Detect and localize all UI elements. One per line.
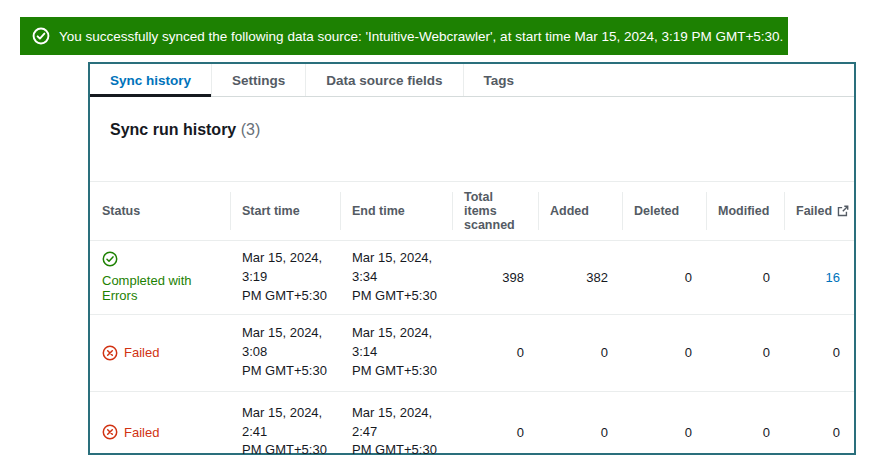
- tab-label: Tags: [484, 73, 515, 88]
- tab-label: Data source fields: [326, 73, 442, 88]
- modified-cell: 0: [706, 391, 784, 470]
- sync-run-history-table: Status Start time End time Total items s…: [90, 181, 854, 470]
- status-text: Completed with Errors: [102, 273, 192, 303]
- deleted-cell: 0: [622, 314, 706, 391]
- time-line: PM GMT+5:30: [242, 441, 328, 460]
- deleted-cell: 0: [622, 391, 706, 470]
- failed-count-link[interactable]: 16: [826, 270, 840, 285]
- check-circle-icon: [102, 251, 118, 267]
- tab-sync-history[interactable]: Sync history: [90, 64, 211, 96]
- failed-cell: 0: [784, 314, 854, 391]
- tab-bar: Sync history Settings Data source fields…: [90, 64, 854, 97]
- total-items-scanned-cell: 0: [452, 391, 538, 470]
- total-items-scanned-cell: 0: [452, 314, 538, 391]
- time-line: Mar 15, 2024, 3:14: [352, 324, 440, 362]
- panel-count: (3): [241, 121, 261, 138]
- column-header-deleted: Deleted: [622, 182, 706, 241]
- time-line: Mar 15, 2024, 3:34: [352, 249, 440, 287]
- status-cell: Failed: [90, 314, 230, 391]
- flashbar-message: You successfully synced the following da…: [59, 29, 783, 44]
- tab-label: Settings: [232, 73, 285, 88]
- time-line: PM GMT+5:30: [352, 441, 440, 460]
- deleted-cell: 0: [622, 241, 706, 315]
- status-cell: Failed: [90, 391, 230, 470]
- start-time-cell: Mar 15, 2024, 3:08 PM GMT+5:30: [230, 314, 340, 391]
- added-cell: 0: [538, 314, 622, 391]
- added-cell: 0: [538, 391, 622, 470]
- time-line: PM GMT+5:30: [242, 287, 328, 306]
- time-line: Mar 15, 2024, 2:41: [242, 404, 328, 442]
- total-items-scanned-cell: 398: [452, 241, 538, 315]
- tab-settings[interactable]: Settings: [211, 64, 305, 96]
- table-row: Failed Mar 15, 2024, 3:08 PM GMT+5:30 Ma…: [90, 314, 854, 391]
- time-line: PM GMT+5:30: [242, 362, 328, 381]
- success-flashbar: You successfully synced the following da…: [20, 17, 788, 55]
- status-text: Failed: [124, 345, 159, 360]
- time-line: Mar 15, 2024, 3:19: [242, 249, 328, 287]
- status-text: Failed: [124, 425, 159, 440]
- end-time-cell: Mar 15, 2024, 3:34 PM GMT+5:30: [340, 241, 452, 315]
- added-cell: 382: [538, 241, 622, 315]
- column-header-total-items-scanned: Total items scanned: [452, 182, 538, 241]
- sync-history-panel: Sync history Settings Data source fields…: [88, 62, 856, 455]
- failed-header-label: Failed: [796, 204, 832, 218]
- time-line: PM GMT+5:30: [352, 362, 440, 381]
- end-time-cell: Mar 15, 2024, 2:47 PM GMT+5:30: [340, 391, 452, 470]
- panel-header: Sync run history (3): [90, 97, 854, 181]
- time-line: PM GMT+5:30: [352, 287, 440, 306]
- column-header-modified: Modified: [706, 182, 784, 241]
- time-line: Mar 15, 2024, 2:47: [352, 404, 440, 442]
- time-line: Mar 15, 2024, 3:08: [242, 324, 328, 362]
- status-cell: Completed with Errors: [90, 241, 230, 315]
- column-header-end-time: End time: [340, 182, 452, 241]
- start-time-cell: Mar 15, 2024, 3:19 PM GMT+5:30: [230, 241, 340, 315]
- failed-cell: 16: [784, 241, 854, 315]
- end-time-cell: Mar 15, 2024, 3:14 PM GMT+5:30: [340, 314, 452, 391]
- external-link-icon[interactable]: [837, 205, 849, 217]
- column-header-start-time: Start time: [230, 182, 340, 241]
- column-header-added: Added: [538, 182, 622, 241]
- column-header-failed: Failed: [784, 182, 854, 241]
- success-check-circle-icon: [32, 27, 50, 45]
- column-header-status: Status: [90, 182, 230, 241]
- table-header-row: Status Start time End time Total items s…: [90, 182, 854, 241]
- modified-cell: 0: [706, 241, 784, 315]
- tab-label: Sync history: [110, 73, 191, 88]
- tab-tags[interactable]: Tags: [463, 64, 535, 96]
- tab-data-source-fields[interactable]: Data source fields: [305, 64, 462, 96]
- table-row: Completed with Errors Mar 15, 2024, 3:19…: [90, 241, 854, 315]
- x-circle-icon: [102, 345, 118, 361]
- table-row: Failed Mar 15, 2024, 2:41 PM GMT+5:30 Ma…: [90, 391, 854, 470]
- panel-title-text: Sync run history: [110, 121, 236, 138]
- modified-cell: 0: [706, 314, 784, 391]
- page-title: Sync run history (3): [110, 121, 834, 139]
- failed-cell: 0: [784, 391, 854, 470]
- x-circle-icon: [102, 424, 118, 440]
- start-time-cell: Mar 15, 2024, 2:41 PM GMT+5:30: [230, 391, 340, 470]
